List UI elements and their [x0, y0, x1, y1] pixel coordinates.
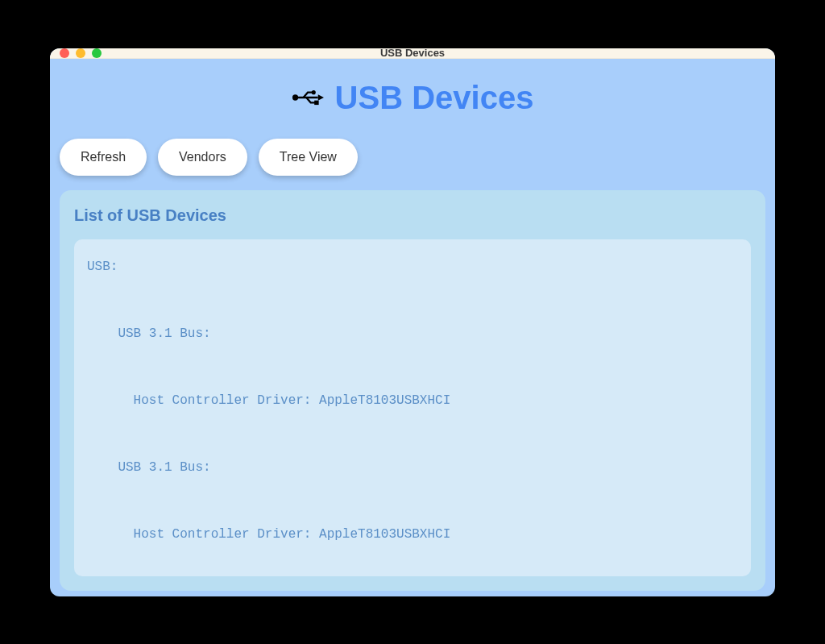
panel-title: List of USB Devices: [74, 206, 751, 225]
close-button[interactable]: [60, 48, 69, 58]
vendors-button[interactable]: Vendors: [158, 139, 247, 176]
app-window: USB Devices USB Devices Refresh Vendors …: [50, 48, 775, 596]
page-header: USB Devices: [60, 59, 765, 132]
svg-rect-3: [314, 101, 318, 105]
window-title: USB Devices: [50, 48, 775, 60]
page-title: USB Devices: [335, 80, 534, 116]
usb-icon: [292, 85, 324, 110]
content-area: USB Devices Refresh Vendors Tree View Li…: [50, 59, 775, 596]
traffic-lights: [50, 48, 102, 58]
titlebar: USB Devices: [50, 48, 775, 59]
maximize-button[interactable]: [92, 48, 102, 58]
device-output: USB: USB 3.1 Bus: Host Controller Driver…: [74, 239, 751, 576]
refresh-button[interactable]: Refresh: [60, 139, 147, 176]
svg-point-2: [311, 90, 315, 94]
treeview-button[interactable]: Tree View: [259, 139, 358, 176]
minimize-button[interactable]: [76, 48, 85, 58]
toolbar: Refresh Vendors Tree View: [60, 132, 765, 190]
device-list-panel: List of USB Devices USB: USB 3.1 Bus: Ho…: [60, 190, 765, 591]
